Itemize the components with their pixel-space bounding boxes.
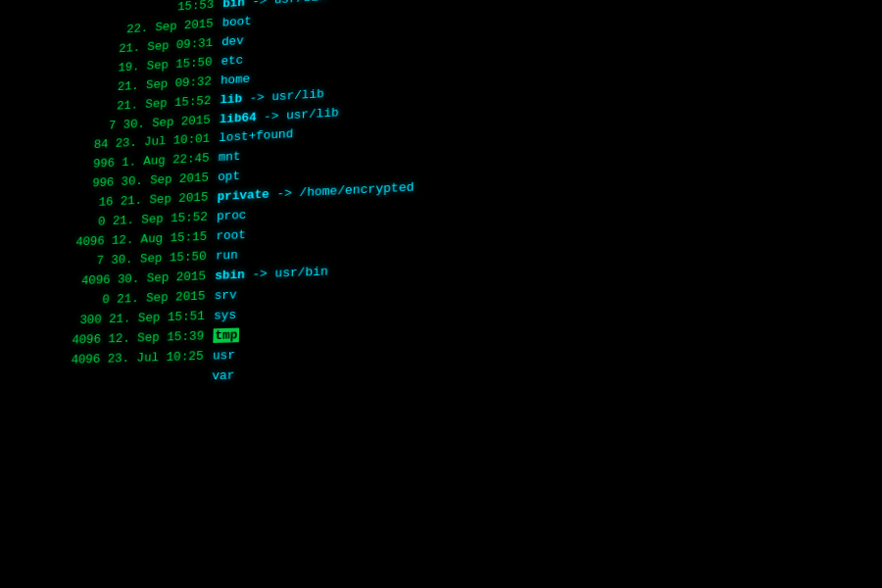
line-right: etc: [220, 51, 243, 72]
line-right: proc: [217, 206, 247, 226]
line-right: boot: [221, 12, 251, 33]
line-right: run: [216, 246, 238, 267]
line-text: -> /home/encrypted: [270, 180, 415, 202]
terminal-content: 15:53bin -> usr/bin22. Sep 2015boot21. S…: [0, 0, 882, 393]
line-text: boot: [222, 14, 252, 29]
line-text: private: [217, 187, 270, 204]
line-right: mnt: [218, 148, 240, 169]
line-right: home: [220, 70, 251, 91]
line-text: proc: [217, 208, 247, 223]
line-text: bin: [222, 0, 245, 11]
line-text: lib: [220, 91, 242, 106]
line-text: lib64: [220, 110, 257, 125]
line-text: srv: [215, 288, 237, 303]
line-right: sbin -> usr/bin: [215, 263, 328, 287]
line-text: -> usr/lib: [242, 86, 324, 105]
line-right: usr: [213, 346, 236, 367]
line-right: sys: [214, 306, 236, 326]
line-text: dev: [221, 33, 244, 49]
line-text: lost+found: [219, 127, 293, 145]
line-right: lost+found: [219, 125, 293, 149]
line-text: sbin: [215, 268, 245, 283]
line-right: dev: [221, 32, 244, 53]
line-right: tmp: [213, 325, 239, 346]
line-text: mnt: [219, 150, 241, 165]
line-text: home: [220, 72, 250, 87]
line-text: run: [216, 248, 238, 263]
line-text: -> usr/lib: [256, 105, 338, 123]
line-text: -> usr/bin: [245, 265, 328, 282]
line-text: -> usr/bin: [245, 0, 326, 9]
line-text: tmp: [213, 327, 239, 342]
line-text: root: [216, 228, 246, 244]
line-text: sys: [214, 308, 236, 322]
line-text: etc: [220, 53, 243, 69]
terminal-window: 15:53bin -> usr/bin22. Sep 2015boot21. S…: [0, 0, 882, 588]
line-right: var: [212, 366, 235, 386]
line-text: var: [212, 368, 234, 382]
line-left: [0, 379, 212, 385]
line-right: srv: [214, 286, 236, 307]
terminal-inner: 15:53bin -> usr/bin22. Sep 2015boot21. S…: [13, 0, 882, 588]
line-right: opt: [218, 168, 240, 188]
line-text: opt: [218, 170, 240, 184]
line-text: usr: [213, 348, 235, 363]
line-right: root: [216, 226, 246, 247]
